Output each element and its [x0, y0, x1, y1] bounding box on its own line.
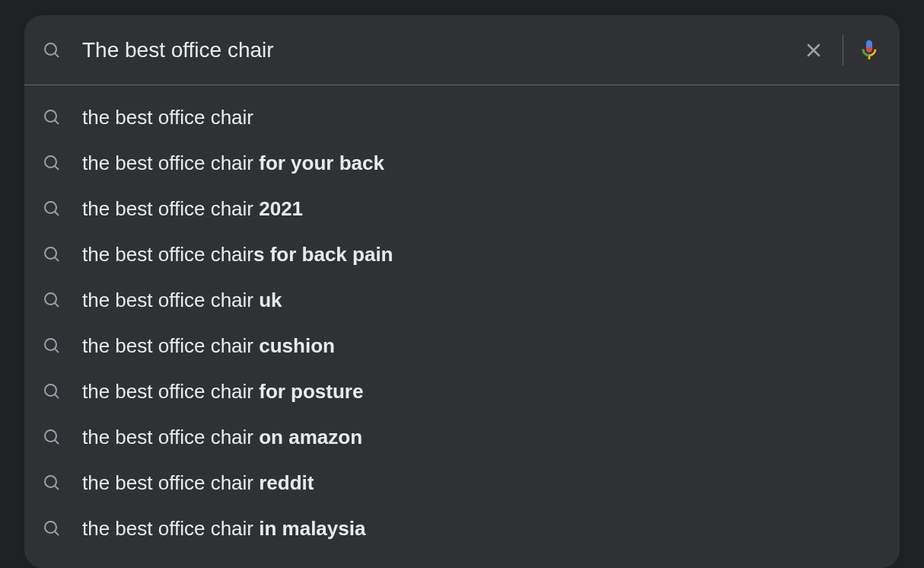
search-icon [43, 245, 61, 263]
suggestion-prefix: the best office chair [82, 517, 259, 540]
suggestion-item[interactable]: the best office chair for your back [24, 140, 900, 186]
suggestion-prefix: the best office chair [82, 471, 259, 494]
suggestion-suffix: in malaysia [259, 517, 365, 540]
suggestion-text: the best office chair on amazon [82, 426, 362, 449]
suggestion-text: the best office chair [82, 106, 253, 129]
search-input[interactable] [82, 38, 798, 62]
svg-point-8 [45, 202, 56, 213]
suggestion-suffix: 2021 [259, 197, 303, 220]
search-icon [43, 519, 61, 538]
suggestion-item[interactable]: the best office chair on amazon [24, 414, 900, 460]
svg-point-10 [45, 247, 56, 259]
suggestion-item[interactable]: the best office chair cushion [24, 323, 900, 369]
search-icon [43, 108, 61, 126]
svg-point-12 [45, 293, 56, 305]
suggestion-suffix: s for back pain [253, 243, 393, 266]
suggestion-prefix: the best office chair [82, 289, 259, 311]
suggestion-suffix: reddit [259, 471, 314, 494]
suggestion-item[interactable]: the best office chair [24, 94, 900, 140]
suggestion-text: the best office chairs for back pain [82, 243, 393, 266]
svg-point-6 [45, 156, 56, 168]
svg-point-0 [45, 43, 56, 55]
suggestion-prefix: the best office chair [82, 334, 259, 357]
suggestion-text: the best office chair cushion [82, 334, 335, 358]
suggestion-suffix: uk [259, 289, 282, 311]
suggestion-text: the best office chair 2021 [82, 197, 303, 221]
search-bar [24, 15, 900, 85]
svg-line-15 [55, 349, 59, 353]
svg-point-16 [45, 385, 56, 396]
search-icon [43, 428, 61, 446]
svg-line-11 [55, 257, 59, 261]
svg-line-21 [55, 486, 59, 490]
svg-line-9 [55, 212, 59, 215]
suggestion-text: the best office chair uk [82, 289, 282, 312]
svg-line-23 [55, 531, 59, 535]
suggestion-prefix: the best office chair [82, 380, 259, 403]
clear-button[interactable] [798, 35, 829, 65]
suggestion-suffix: for posture [259, 380, 363, 403]
svg-point-22 [45, 522, 56, 533]
suggestion-prefix: the best office chair [82, 197, 259, 220]
suggestion-item[interactable]: the best office chair for posture [24, 369, 900, 414]
suggestion-prefix: the best office chair [82, 426, 259, 448]
svg-line-13 [55, 303, 59, 307]
suggestions-list: the best office chairthe best office cha… [24, 85, 900, 566]
search-dropdown: the best office chairthe best office cha… [24, 15, 900, 568]
suggestion-text: the best office chair reddit [82, 471, 314, 495]
search-icon [43, 199, 61, 218]
suggestion-text: the best office chair for your back [82, 152, 384, 175]
svg-line-5 [55, 120, 59, 124]
search-icon [43, 154, 61, 172]
mic-icon[interactable] [857, 38, 881, 62]
suggestion-suffix: for your back [259, 152, 384, 174]
suggestion-suffix: on amazon [259, 426, 362, 448]
suggestion-text: the best office chair for posture [82, 380, 363, 404]
divider [843, 35, 843, 65]
close-icon [805, 41, 823, 59]
svg-point-4 [45, 110, 56, 122]
suggestion-item[interactable]: the best office chair in malaysia [24, 506, 900, 551]
search-icon [43, 382, 61, 400]
svg-point-14 [45, 339, 56, 350]
suggestion-prefix: the best office chair [82, 106, 253, 129]
suggestion-text: the best office chair in malaysia [82, 517, 365, 541]
suggestion-suffix: cushion [259, 334, 335, 357]
suggestion-prefix: the best office chair [82, 152, 259, 174]
suggestion-item[interactable]: the best office chair uk [24, 277, 900, 323]
svg-line-17 [55, 394, 59, 398]
suggestion-prefix: the best office chair [82, 243, 253, 266]
suggestion-item[interactable]: the best office chairs for back pain [24, 231, 900, 277]
svg-line-7 [55, 166, 59, 170]
search-icon [43, 41, 61, 59]
svg-point-18 [45, 430, 56, 442]
suggestion-item[interactable]: the best office chair reddit [24, 460, 900, 506]
svg-line-1 [55, 53, 59, 57]
search-icon [43, 474, 61, 492]
search-icon [43, 291, 61, 309]
suggestion-item[interactable]: the best office chair 2021 [24, 186, 900, 231]
search-icon [43, 337, 61, 355]
svg-point-20 [45, 476, 56, 487]
svg-line-19 [55, 440, 59, 444]
